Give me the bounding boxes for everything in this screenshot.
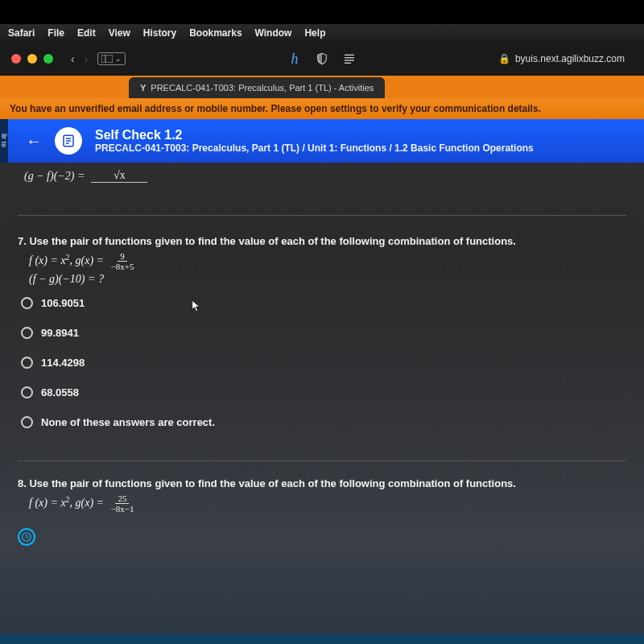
radio-icon [21,357,33,369]
q7-f-mid: , g(x) = [70,254,107,266]
q7-option-d[interactable]: 68.0558 [21,386,626,398]
browser-tab-active[interactable]: Y PRECALC-041-T003: Precalculus, Part 1 … [129,77,385,98]
back-button[interactable]: ‹ [71,52,75,65]
menu-file[interactable]: File [47,27,64,39]
option-label: 99.8941 [41,327,79,339]
question-divider [18,215,626,216]
address-bar[interactable]: 🔒 byuis.next.agilixbuzz.com [498,53,625,64]
q7-f-prefix: f (x) = x [29,254,66,266]
browser-toolbar: ‹ › ⌄ h 🔒 byuis.next.agilixbuzz.com [0,42,644,76]
shield-icon[interactable] [316,52,328,65]
svg-line-12 [27,537,28,538]
sidebar-icon [101,55,113,63]
menu-bookmarks[interactable]: Bookmarks [189,27,242,39]
tab-title: PRECALC-041-T003: Precalculus, Part 1 (T… [151,83,374,93]
forward-button: › [85,52,89,65]
url-text: byuis.next.agilixbuzz.com [515,53,625,64]
svg-rect-0 [101,55,113,63]
option-label: 114.4298 [41,357,85,369]
q7-eval: (f − g)(−10) = ? [29,273,626,286]
question-7: 7. Use the pair of functions given to fi… [18,235,626,428]
webcam-dot [317,5,327,14]
menu-edit[interactable]: Edit [77,27,96,39]
menu-history[interactable]: History [143,27,176,39]
question-divider-2 [18,460,626,461]
zoom-window-button[interactable] [43,54,53,64]
course-titles: Self Check 1.2 PRECALC-041-T003: Precalc… [95,128,534,154]
frac-den: −8x+5 [109,262,137,271]
q7-functions: f (x) = x2, g(x) = 9−8x+5 [29,252,626,271]
radio-icon [21,297,33,309]
q8-f-prefix: f (x) = x [29,497,66,509]
q7-option-e[interactable]: None of these answers are correct. [21,416,626,428]
option-label: 68.0558 [41,386,79,398]
menu-safari[interactable]: Safari [8,27,35,39]
assignment-list-icon[interactable] [55,127,82,155]
left-cutoff-text: lir te [0,119,8,163]
radio-icon [21,386,33,398]
timer-icon[interactable] [18,528,35,546]
q7-option-a[interactable]: 106.9051 [21,297,626,309]
previous-question-fragment: (g − f)(−2) = √x [18,169,626,183]
q7-option-c[interactable]: 114.4298 [21,357,626,369]
menu-help[interactable]: Help [304,27,325,39]
option-label: None of these answers are correct. [41,416,215,428]
tab-favicon: Y [140,83,146,93]
question-8: 8. Use the pair of functions given to fi… [18,477,626,514]
q7-option-b[interactable]: 99.8941 [21,327,626,339]
page-title: Self Check 1.2 [95,128,534,142]
lock-icon: 🔒 [498,53,510,64]
window-controls [11,54,53,64]
macos-menubar: Safari File Edit View History Bookmarks … [0,24,644,42]
q7-g-fraction: 9−8x+5 [109,252,137,271]
frac-num: 25 [115,494,129,504]
sidebar-toggle[interactable]: ⌄ [97,52,126,65]
quiz-content: (g − f)(−2) = √x 7. Use the pair of func… [0,163,644,634]
reader-icon[interactable] [343,52,356,65]
menu-window[interactable]: Window [255,27,292,39]
close-window-button[interactable] [11,54,21,64]
chevron-down-icon: ⌄ [115,55,122,63]
q7-prompt: 7. Use the pair of functions given to fi… [18,235,626,247]
prev-answer-blank[interactable]: √x [91,169,147,183]
warning-banner: You have an unverified email address or … [0,98,644,119]
frac-num: 9 [118,252,127,262]
option-label: 106.9051 [41,297,85,309]
breadcrumb: PRECALC-041-T003: Precalculus, Part 1 (T… [95,142,534,154]
frac-den: −8x−1 [109,504,137,514]
q8-g-fraction: 25−8x−1 [109,494,137,514]
q7-options: 106.9051 99.8941 114.4298 68.0558 None o… [21,297,626,428]
radio-icon [21,416,33,428]
menu-view[interactable]: View [109,27,130,39]
q8-f-mid: , g(x) = [70,497,107,509]
back-arrow-button[interactable]: ← [26,132,42,151]
course-header: lir te ← Self Check 1.2 PRECALC-041-T003… [0,119,644,163]
radio-icon [21,327,33,339]
minimize-window-button[interactable] [27,54,37,64]
q8-prompt: 8. Use the pair of functions given to fi… [18,477,626,489]
bezel [0,0,644,24]
toolbar-center-icons: h [288,52,356,65]
q8-functions: f (x) = x2, g(x) = 25−8x−1 [29,494,626,514]
prev-expr: (g − f)(−2) = [24,170,85,183]
tab-strip: Y PRECALC-041-T003: Precalculus, Part 1 … [0,76,644,98]
extension-h-icon[interactable]: h [288,52,301,65]
